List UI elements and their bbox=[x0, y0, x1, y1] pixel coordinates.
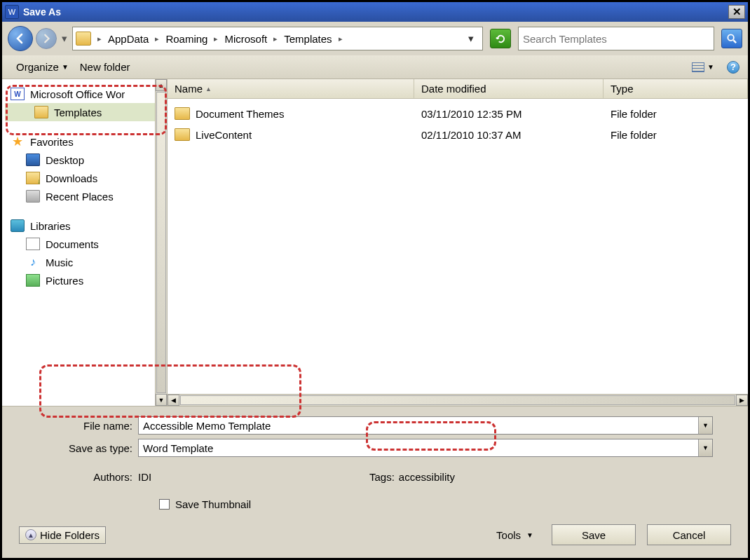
tree-label: Downloads bbox=[46, 172, 97, 184]
tree-label: Pictures bbox=[46, 275, 83, 287]
file-row[interactable]: Document Themes 03/11/2010 12:35 PM File… bbox=[168, 103, 748, 124]
search-button[interactable] bbox=[721, 29, 742, 48]
tree-label: Libraries bbox=[30, 220, 71, 232]
scroll-right-button[interactable]: ▶ bbox=[736, 395, 748, 406]
column-type[interactable]: Type bbox=[604, 79, 748, 98]
sidebar-scrollbar[interactable]: ▲ ▼ bbox=[155, 79, 167, 406]
new-folder-button[interactable]: New folder bbox=[74, 59, 136, 75]
hide-folders-button[interactable]: ▲ Hide Folders bbox=[19, 526, 106, 544]
savetype-value: Word Template bbox=[143, 442, 213, 454]
file-date: 02/11/2010 10:37 AM bbox=[421, 129, 521, 141]
chevron-right-icon: ▸ bbox=[271, 34, 280, 43]
scroll-thumb[interactable] bbox=[156, 92, 166, 393]
crumb-appdata[interactable]: AppData bbox=[104, 33, 153, 45]
navigation-bar: ▾ ▸ AppData ▸ Roaming ▸ Microsoft ▸ Temp… bbox=[2, 22, 748, 55]
tree-item-libraries[interactable]: Libraries bbox=[5, 217, 164, 235]
file-row[interactable]: LiveContent 02/11/2010 10:37 AM File fol… bbox=[168, 124, 748, 145]
file-list-view: Name ▲ Date modified Type Document Theme… bbox=[168, 79, 748, 406]
scroll-thumb[interactable] bbox=[180, 395, 735, 405]
chevron-right-icon: ▸ bbox=[336, 34, 345, 43]
organize-button[interactable]: Organize ▼ bbox=[11, 59, 74, 75]
column-date[interactable]: Date modified bbox=[414, 79, 604, 98]
authors-label: Authors: bbox=[19, 471, 138, 483]
chevron-right-icon: ▸ bbox=[153, 34, 161, 43]
address-dropdown[interactable]: ▾ bbox=[463, 32, 479, 45]
savetype-field[interactable]: Word Template ▼ bbox=[138, 439, 713, 457]
filename-label: File name: bbox=[19, 420, 138, 432]
arrow-right-icon bbox=[41, 34, 51, 43]
close-button[interactable]: ✕ bbox=[728, 5, 745, 19]
tree-item-templates[interactable]: Templates bbox=[5, 103, 164, 121]
chevron-down-icon: ▼ bbox=[526, 531, 533, 539]
views-icon bbox=[692, 62, 704, 72]
filename-field[interactable]: Accessible Memo Template ▼ bbox=[138, 416, 713, 435]
search-box[interactable] bbox=[518, 27, 714, 50]
folder-icon bbox=[175, 107, 190, 120]
file-name: Document Themes bbox=[196, 108, 284, 120]
star-icon: ★ bbox=[11, 135, 25, 148]
column-name[interactable]: Name ▲ bbox=[168, 79, 414, 98]
horizontal-scrollbar[interactable]: ◀ ▶ bbox=[168, 394, 748, 406]
forward-button[interactable] bbox=[36, 28, 57, 49]
help-button[interactable]: ? bbox=[727, 61, 739, 74]
music-icon: ♪ bbox=[26, 256, 40, 268]
refresh-button[interactable] bbox=[490, 29, 511, 48]
dropdown-button[interactable]: ▼ bbox=[698, 439, 712, 456]
tree-label: Favorites bbox=[30, 136, 74, 148]
desktop-icon bbox=[26, 153, 40, 166]
search-icon bbox=[727, 34, 737, 44]
file-type: File folder bbox=[611, 129, 657, 141]
folder-icon bbox=[175, 128, 190, 141]
tree-item-word[interactable]: W Microsoft Office Wor bbox=[5, 85, 164, 103]
dropdown-button[interactable]: ▼ bbox=[698, 417, 712, 434]
new-folder-label: New folder bbox=[80, 61, 130, 73]
main-area: W Microsoft Office Wor Templates ★ Favor… bbox=[2, 79, 748, 407]
tree-item-music[interactable]: ♪ Music bbox=[5, 253, 164, 271]
scroll-up-button[interactable]: ▲ bbox=[156, 79, 167, 91]
scroll-left-button[interactable]: ◀ bbox=[168, 395, 179, 406]
nav-history-dropdown[interactable]: ▾ bbox=[60, 32, 69, 45]
column-headers: Name ▲ Date modified Type bbox=[168, 79, 748, 99]
footer: ▲ Hide Folders Tools ▼ Save Cancel bbox=[2, 517, 748, 558]
chevron-right-icon: ▸ bbox=[95, 34, 104, 43]
tree-item-favorites[interactable]: ★ Favorites bbox=[5, 132, 164, 151]
chevron-down-icon: ▼ bbox=[707, 63, 714, 71]
tree-item-desktop[interactable]: Desktop bbox=[5, 151, 164, 169]
authors-value[interactable]: IDI bbox=[138, 471, 278, 483]
toolbar: Organize ▼ New folder ▼ ? bbox=[2, 55, 748, 79]
tree-label: Recent Places bbox=[46, 191, 114, 203]
views-button[interactable]: ▼ bbox=[686, 60, 720, 74]
cancel-button[interactable]: Cancel bbox=[647, 524, 731, 545]
tree-label: Templates bbox=[54, 107, 102, 118]
pictures-icon bbox=[26, 274, 40, 287]
tree-label: Microsoft Office Wor bbox=[30, 88, 125, 100]
folder-icon bbox=[34, 106, 48, 118]
tree-label: Music bbox=[46, 257, 73, 268]
tree-label: Desktop bbox=[46, 154, 84, 166]
file-type: File folder bbox=[611, 108, 657, 120]
file-list[interactable]: Document Themes 03/11/2010 12:35 PM File… bbox=[168, 99, 748, 394]
tags-label: Tags: bbox=[369, 471, 399, 483]
back-button[interactable] bbox=[8, 26, 33, 51]
arrow-left-icon bbox=[15, 33, 26, 44]
word-app-icon: W bbox=[5, 5, 19, 19]
save-button[interactable]: Save bbox=[552, 524, 636, 545]
svg-point-0 bbox=[728, 34, 733, 40]
form-panel: File name: Accessible Memo Template ▼ Sa… bbox=[2, 407, 748, 517]
address-bar[interactable]: ▸ AppData ▸ Roaming ▸ Microsoft ▸ Templa… bbox=[72, 27, 483, 50]
scroll-down-button[interactable]: ▼ bbox=[156, 394, 167, 406]
save-thumbnail-checkbox[interactable] bbox=[159, 499, 170, 510]
refresh-icon bbox=[496, 34, 506, 44]
crumb-templates[interactable]: Templates bbox=[280, 33, 336, 45]
crumb-roaming[interactable]: Roaming bbox=[161, 33, 212, 45]
tools-menu[interactable]: Tools ▼ bbox=[489, 529, 540, 541]
tags-value[interactable]: accessibility bbox=[399, 471, 455, 483]
tree-item-downloads[interactable]: Downloads bbox=[5, 169, 164, 187]
crumb-microsoft[interactable]: Microsoft bbox=[220, 33, 271, 45]
tree-item-pictures[interactable]: Pictures bbox=[5, 271, 164, 289]
tree-item-documents[interactable]: Documents bbox=[5, 235, 164, 253]
search-input[interactable] bbox=[521, 32, 711, 46]
titlebar: W Save As ✕ bbox=[2, 2, 748, 22]
tree-label: Documents bbox=[46, 238, 99, 250]
tree-item-recent[interactable]: Recent Places bbox=[5, 187, 164, 205]
